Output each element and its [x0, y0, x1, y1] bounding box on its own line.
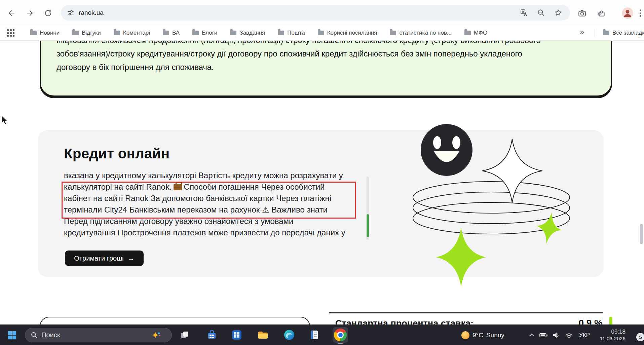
task-view-icon[interactable] [177, 328, 192, 342]
site-info-icon[interactable] [67, 9, 74, 16]
folder-icon [318, 31, 324, 35]
bookmark-star-icon[interactable] [553, 7, 564, 18]
bookmarks-overflow-chevron[interactable]: » [580, 27, 584, 37]
bookmark-folder[interactable]: Відгуки [72, 30, 101, 36]
address-bar[interactable]: ranok.ua [61, 5, 570, 21]
folder-icon [278, 31, 284, 35]
page-content: ініціювання споживачем продовження (лонг… [0, 41, 644, 324]
white-sparkle-shape [482, 139, 542, 203]
rate-label: Стандартна процентна ставка: [335, 318, 473, 324]
bookmark-list: Новини Відгуки Коментарі ВА Блоги Завдан… [30, 25, 487, 40]
hero-illustration [387, 118, 629, 313]
windows-logo-icon [7, 330, 17, 341]
bookmark-folder[interactable]: статистика по нов... [390, 30, 452, 36]
profile-avatar[interactable] [621, 6, 634, 20]
browser-scrollbar-thumb[interactable] [640, 224, 643, 244]
all-bookmarks-label: Все закладки [612, 30, 644, 36]
blue-tile-app-icon[interactable] [229, 327, 244, 343]
forward-icon[interactable] [23, 6, 37, 20]
taskbar-search[interactable]: Поиск [25, 328, 172, 342]
browser-menu-icon[interactable] [634, 6, 644, 20]
network-wifi-icon[interactable] [564, 331, 574, 340]
hero-text-line: кредитування Прострочення платежів може … [64, 227, 366, 238]
clock-date: 11.03.2026 [592, 335, 626, 342]
text-scrollbar-thumb[interactable] [367, 214, 369, 237]
rate-divider [329, 312, 603, 313]
folder-icon [72, 31, 79, 35]
highlight-rectangle [62, 182, 356, 219]
bookmark-folder[interactable]: Коментарі [114, 30, 150, 36]
reload-icon[interactable] [41, 6, 55, 20]
folder-icon [163, 31, 169, 35]
weather-widget[interactable]: 9°C Sunny [461, 325, 504, 345]
folder-icon [230, 31, 236, 35]
bookmark-folder[interactable]: МФО [464, 30, 487, 36]
text-scrollbar-track[interactable] [367, 177, 369, 240]
folder-icon [192, 31, 199, 35]
ring-shape [413, 192, 570, 224]
bookmark-label: Блоги [202, 30, 217, 36]
apps-grid-icon[interactable] [6, 28, 15, 38]
url-text: ranok.ua [79, 9, 104, 16]
notice-line: ініціювання споживачем продовження (лонг… [56, 41, 541, 47]
start-button[interactable] [5, 328, 19, 342]
smiley-eye [433, 136, 441, 149]
extensions-icon[interactable] [595, 6, 608, 20]
bookmark-folder[interactable]: Завдання [230, 30, 265, 36]
lower-card [40, 317, 310, 324]
weather-temp: 9°C [472, 332, 483, 339]
all-bookmarks-button[interactable]: Все закладки [603, 25, 644, 40]
search-placeholder: Поиск [41, 331, 60, 339]
bookmarks-bar: Новини Відгуки Коментарі ВА Блоги Завдан… [0, 25, 644, 41]
ring-shape [413, 182, 570, 213]
bookmark-label: статистика по нов... [399, 30, 452, 36]
page-title: Кредит онлайн [64, 146, 169, 162]
camera-icon[interactable] [575, 6, 589, 20]
battery-icon[interactable] [539, 331, 548, 340]
notification-count-badge[interactable]: 5 [636, 333, 644, 341]
taskbar-clock[interactable]: 09:18 11.03.2026 [592, 328, 626, 342]
bookmark-folder[interactable]: Пошта [278, 30, 305, 36]
file-explorer-icon[interactable] [255, 327, 271, 343]
search-highlights-icon [151, 331, 161, 340]
lime-scroll-indicator [609, 317, 612, 324]
edge-browser-icon[interactable] [281, 327, 297, 343]
chrome-browser-icon[interactable] [334, 329, 347, 341]
bookmark-folder[interactable]: Блоги [192, 30, 217, 36]
sun-icon [461, 331, 469, 339]
active-app-indicator [338, 343, 343, 344]
notice-line: договору в бік погіршення для споживача. [56, 61, 541, 74]
back-icon[interactable] [5, 6, 18, 20]
smiley-eye [452, 136, 460, 149]
store-app-icon[interactable] [204, 327, 220, 343]
smiley-face [421, 124, 472, 176]
translate-icon[interactable] [518, 7, 530, 18]
notepad-app-icon[interactable] [307, 327, 322, 343]
bookmark-folder[interactable]: Корисні посилання [318, 30, 377, 36]
bookmark-label: Завдання [239, 30, 265, 36]
arrow-right-icon: → [128, 255, 135, 262]
bookmark-label: ВА [172, 30, 180, 36]
search-icon [31, 332, 38, 339]
folder-icon [390, 31, 396, 35]
mouse-cursor [0, 115, 8, 125]
bookmark-label: Відгуки [82, 30, 101, 36]
clock-time: 09:18 [592, 328, 626, 335]
browser-toolbar: ranok.ua [0, 0, 644, 25]
folder-icon [603, 31, 609, 35]
hero-text-line: вказана у кредитному калькуляторі Вартіс… [64, 172, 366, 181]
weather-condition: Sunny [486, 332, 504, 339]
bookmark-label: Коментарі [123, 30, 150, 36]
zoom-icon[interactable] [535, 7, 547, 18]
bookmark-label: МФО [474, 30, 487, 36]
folder-icon [114, 31, 120, 35]
language-indicator[interactable]: УКР [578, 325, 591, 345]
bookmark-folder[interactable]: ВА [163, 30, 180, 36]
get-money-button[interactable]: Отримати гроші → [65, 251, 144, 266]
tray-overflow-chevron-icon[interactable] [527, 331, 536, 340]
bookmark-label: Новини [40, 30, 60, 36]
volume-icon[interactable] [552, 331, 561, 340]
bookmark-folder[interactable]: Новини [30, 30, 60, 36]
windows-taskbar: Поиск 9°C Sunny [0, 324, 644, 345]
notice-line: зобов'язання)/строку кредитування/строку… [56, 47, 541, 61]
